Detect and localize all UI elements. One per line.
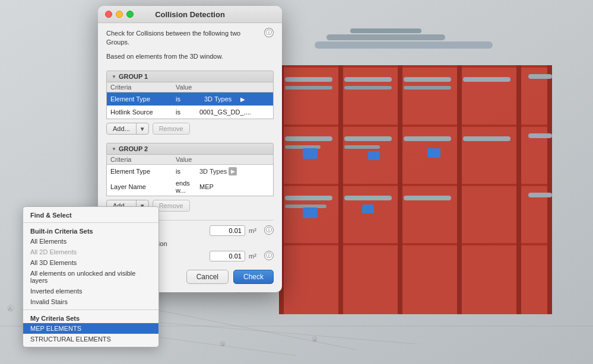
svg-rect-26	[457, 65, 462, 314]
group2-row2-op: ends w...	[176, 180, 199, 194]
surface-clearance-input[interactable]	[210, 251, 245, 261]
clearance-input[interactable]	[210, 225, 245, 236]
svg-rect-34	[344, 86, 392, 90]
dialog-desc-line2: Based on elements from the 3D window.	[106, 52, 264, 61]
svg-rect-39	[463, 136, 510, 141]
group2-row2-criteria: Layer Name	[110, 183, 176, 190]
group1-add-button[interactable]: Add... ▼	[106, 123, 149, 135]
group1-remove-button[interactable]: Remove	[153, 123, 190, 135]
svg-rect-33	[285, 86, 332, 90]
group2-section: ▼ GROUP 2 Criteria Value Element Type is…	[106, 143, 274, 215]
group1-row2-criteria: Hotlink Source	[110, 108, 176, 116]
group1-row-2[interactable]: Hotlink Source is 0001_GS_DD_....	[107, 106, 273, 119]
dropdown-item-visible-layers[interactable]: All elements on unlocked and visible lay…	[23, 268, 158, 286]
maximize-button[interactable]	[126, 11, 134, 18]
svg-rect-47	[368, 151, 380, 160]
dropdown-section-find-select: Find & Select	[23, 209, 158, 220]
svg-text:A: A	[8, 306, 12, 312]
svg-rect-42	[285, 196, 332, 200]
group2-triangle: ▼	[112, 146, 116, 152]
group2-row1-criteria: Element Type	[110, 168, 176, 175]
group2-row1-arrow[interactable]: ▶	[229, 167, 237, 175]
svg-rect-25	[398, 65, 402, 314]
group1-row1-op: is	[176, 95, 199, 103]
group1-row1-value: 3D Types ▶	[199, 94, 269, 104]
dropdown-item-all-elements[interactable]: All Elements	[23, 236, 158, 247]
dropdown-section-builtin: Built-in Criteria Sets	[23, 225, 158, 236]
close-button[interactable]	[105, 11, 112, 18]
svg-rect-32	[463, 77, 510, 82]
dropdown-item-all-2d: All 2D Elements	[23, 247, 158, 257]
svg-rect-18	[279, 65, 552, 314]
group2-col-criteria: Criteria	[110, 156, 176, 163]
group1-section: ▼ GROUP 1 Criteria Value Element Type is…	[106, 71, 274, 138]
group2-label: GROUP 2	[119, 145, 148, 152]
group1-label: GROUP 1	[119, 73, 148, 80]
dropdown-sep-1	[23, 222, 158, 223]
minimize-button[interactable]	[116, 11, 123, 18]
dropdown-sep-2	[23, 309, 158, 310]
dropdown-item-invalid-stairs[interactable]: Invalid Stairs	[23, 296, 158, 307]
svg-rect-49	[303, 207, 318, 218]
svg-rect-53	[350, 28, 421, 33]
group1-table: Criteria Value Element Type is 3D Types …	[106, 82, 274, 119]
group1-header: ▼ GROUP 1	[106, 71, 274, 82]
svg-rect-22	[279, 243, 552, 245]
dialog-desc-line1: Check for Collisions between the followi…	[106, 29, 264, 47]
group1-row1-arrow[interactable]: ▶	[238, 94, 248, 104]
group2-header: ▼ GROUP 2	[106, 143, 274, 155]
svg-rect-24	[338, 65, 343, 314]
surface-info-button[interactable]: ⓘ	[264, 251, 274, 260]
group1-col-value: Value	[176, 84, 199, 91]
svg-rect-28	[547, 65, 552, 314]
info-button[interactable]: ⓘ	[264, 28, 274, 37]
check-button[interactable]: Check	[233, 270, 274, 284]
dialog-title: Collision Detection	[155, 10, 225, 19]
svg-rect-41	[344, 145, 380, 149]
svg-rect-30	[344, 77, 392, 82]
svg-rect-56	[528, 193, 552, 197]
svg-rect-44	[404, 196, 451, 200]
group1-row1-criteria: Element Type	[110, 95, 176, 103]
group1-col-criteria: Criteria	[110, 84, 176, 91]
dropdown-section-my-sets: My Criteria Sets	[23, 312, 158, 323]
group1-table-header: Criteria Value	[107, 82, 273, 92]
svg-rect-36	[285, 136, 332, 141]
svg-rect-50	[362, 205, 374, 213]
svg-rect-52	[326, 34, 445, 40]
group1-add-arrow[interactable]: ▼	[137, 124, 148, 134]
svg-rect-20	[279, 124, 552, 127]
svg-rect-21	[279, 184, 552, 186]
dropdown-menu: Find & Select Built-in Criteria Sets All…	[23, 206, 159, 347]
cancel-button[interactable]: Cancel	[186, 270, 229, 284]
clearance-info-button[interactable]: ⓘ	[264, 225, 274, 235]
group1-row1-value-pill: 3D Types	[199, 95, 236, 103]
svg-rect-31	[404, 77, 451, 82]
svg-rect-55	[528, 133, 552, 138]
svg-text:4: 4	[313, 337, 316, 343]
group2-row1-value-text: 3D Types	[199, 168, 227, 175]
svg-rect-43	[344, 196, 392, 200]
svg-rect-27	[516, 65, 521, 314]
group2-row-2[interactable]: Layer Name ends w... MEP	[107, 178, 273, 196]
svg-rect-37	[344, 136, 392, 141]
group2-table-header: Criteria Value	[107, 155, 273, 165]
dropdown-item-structural[interactable]: STRUCTURAL ELEMENTS	[23, 334, 158, 344]
dialog-titlebar: Collision Detection	[98, 6, 282, 23]
clearance-unit: m²	[249, 227, 261, 234]
group2-col-value: Value	[176, 156, 199, 163]
group1-row-1[interactable]: Element Type is 3D Types ▶	[107, 92, 273, 106]
group1-triangle: ▼	[112, 74, 116, 79]
svg-rect-51	[315, 41, 493, 49]
svg-rect-29	[285, 77, 332, 82]
dropdown-item-mep[interactable]: MEP ELEMENTS	[23, 323, 158, 334]
group1-row2-op: is	[176, 108, 199, 116]
svg-rect-46	[303, 148, 318, 159]
svg-rect-38	[404, 136, 451, 141]
group2-row-1[interactable]: Element Type is 3D Types ▶	[107, 165, 273, 178]
svg-rect-19	[279, 65, 552, 68]
svg-rect-35	[404, 86, 451, 90]
dropdown-item-inverted[interactable]: Inverted elements	[23, 286, 158, 296]
dropdown-item-all-3d[interactable]: All 3D Elements	[23, 257, 158, 268]
group2-table: Criteria Value Element Type is 3D Types …	[106, 155, 274, 196]
